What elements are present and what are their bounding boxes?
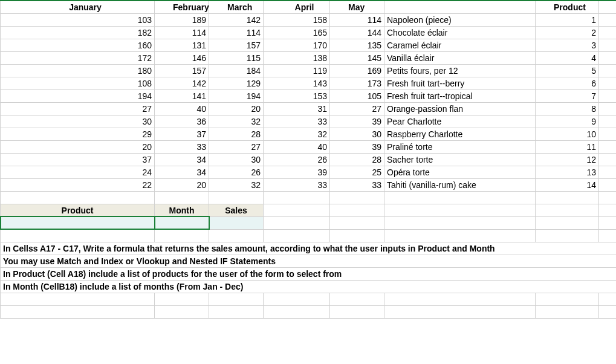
instruction-3[interactable]: In Product (Cell A18) include a list of … bbox=[1, 267, 617, 280]
cell-mar[interactable]: 194 bbox=[209, 89, 264, 102]
cell-blank[interactable] bbox=[599, 153, 617, 166]
cell-may[interactable]: 105 bbox=[330, 89, 384, 102]
cell-may[interactable]: 144 bbox=[330, 26, 384, 39]
cell-jan[interactable]: 108 bbox=[1, 77, 155, 89]
cell-jan[interactable]: 22 bbox=[1, 178, 155, 191]
cell-jan[interactable]: 182 bbox=[1, 26, 155, 39]
cell-apr[interactable]: 26 bbox=[264, 153, 330, 166]
cell-blank[interactable] bbox=[599, 140, 617, 153]
cell-jan[interactable]: 37 bbox=[1, 153, 155, 166]
cell-blank[interactable] bbox=[599, 26, 617, 39]
month-input[interactable] bbox=[155, 216, 209, 229]
header-march[interactable]: March bbox=[209, 1, 264, 13]
cell-feb[interactable]: 40 bbox=[155, 102, 209, 115]
cell-blank[interactable] bbox=[599, 115, 617, 128]
cell-apr[interactable]: 158 bbox=[264, 13, 330, 26]
cell-apr[interactable]: 153 bbox=[264, 89, 330, 102]
cell-apr[interactable]: 143 bbox=[264, 77, 330, 89]
cell-may[interactable]: 33 bbox=[330, 178, 384, 191]
cell-blank[interactable] bbox=[599, 166, 617, 178]
cell-apr[interactable]: 39 bbox=[264, 166, 330, 178]
cell-apr[interactable]: 33 bbox=[264, 178, 330, 191]
cell-id[interactable]: 2 bbox=[536, 26, 599, 39]
header-blank[interactable] bbox=[384, 1, 536, 13]
cell-jan[interactable]: 29 bbox=[1, 128, 155, 140]
cell-apr[interactable]: 119 bbox=[264, 64, 330, 77]
cell-jan[interactable]: 30 bbox=[1, 115, 155, 128]
cell-feb[interactable]: 146 bbox=[155, 51, 209, 64]
sales-output[interactable] bbox=[209, 216, 264, 229]
cell-name[interactable]: Raspberry Charlotte bbox=[384, 128, 536, 140]
cell-id[interactable]: 14 bbox=[536, 178, 599, 191]
cell-id[interactable]: 4 bbox=[536, 51, 599, 64]
cell-mar[interactable]: 115 bbox=[209, 51, 264, 64]
cell-feb[interactable]: 141 bbox=[155, 89, 209, 102]
cell-may[interactable]: 114 bbox=[330, 13, 384, 26]
cell-apr[interactable]: 138 bbox=[264, 51, 330, 64]
cell-blank[interactable] bbox=[599, 39, 617, 51]
cell-may[interactable]: 39 bbox=[330, 115, 384, 128]
cell-jan[interactable]: 172 bbox=[1, 51, 155, 64]
cell-mar[interactable]: 28 bbox=[209, 128, 264, 140]
cell-mar[interactable]: 114 bbox=[209, 26, 264, 39]
cell-may[interactable]: 135 bbox=[330, 39, 384, 51]
cell-name[interactable]: Chocolate éclair bbox=[384, 26, 536, 39]
cell-name[interactable]: Fresh fruit tart--tropical bbox=[384, 89, 536, 102]
cell-feb[interactable]: 114 bbox=[155, 26, 209, 39]
cell-blank[interactable] bbox=[599, 64, 617, 77]
cell-blank[interactable] bbox=[599, 89, 617, 102]
cell-mar[interactable]: 27 bbox=[209, 140, 264, 153]
cell-mar[interactable]: 30 bbox=[209, 153, 264, 166]
cell-may[interactable]: 145 bbox=[330, 51, 384, 64]
cell-feb[interactable]: 142 bbox=[155, 77, 209, 89]
cell-id[interactable]: 13 bbox=[536, 166, 599, 178]
cell-apr[interactable]: 40 bbox=[264, 140, 330, 153]
cell-may[interactable]: 39 bbox=[330, 140, 384, 153]
product-input[interactable] bbox=[1, 216, 155, 229]
cell-blank[interactable] bbox=[599, 128, 617, 140]
cell-id[interactable]: 8 bbox=[536, 102, 599, 115]
cell-blank[interactable] bbox=[599, 102, 617, 115]
instruction-2[interactable]: You may use Match and Index or Vlookup a… bbox=[1, 255, 617, 267]
lookup-month-header[interactable]: Month bbox=[155, 204, 209, 216]
cell-name[interactable]: Napoleon (piece) bbox=[384, 13, 536, 26]
cell-mar[interactable]: 157 bbox=[209, 39, 264, 51]
spreadsheet-grid[interactable]: January February March April May Product… bbox=[0, 0, 616, 319]
cell-jan[interactable]: 20 bbox=[1, 140, 155, 153]
cell-jan[interactable]: 180 bbox=[1, 64, 155, 77]
cell-may[interactable]: 173 bbox=[330, 77, 384, 89]
cell-id[interactable]: 3 bbox=[536, 39, 599, 51]
cell-name[interactable]: Opéra torte bbox=[384, 166, 536, 178]
header-blank2[interactable] bbox=[599, 1, 617, 13]
cell-may[interactable]: 30 bbox=[330, 128, 384, 140]
cell-id[interactable]: 9 bbox=[536, 115, 599, 128]
cell-id[interactable]: 5 bbox=[536, 64, 599, 77]
cell-name[interactable]: Vanilla éclair bbox=[384, 51, 536, 64]
cell-name[interactable]: Praliné torte bbox=[384, 140, 536, 153]
cell-may[interactable]: 25 bbox=[330, 166, 384, 178]
cell-feb[interactable]: 189 bbox=[155, 13, 209, 26]
cell-id[interactable]: 7 bbox=[536, 89, 599, 102]
cell-apr[interactable]: 32 bbox=[264, 128, 330, 140]
cell-may[interactable]: 27 bbox=[330, 102, 384, 115]
header-may[interactable]: May bbox=[330, 1, 384, 13]
cell-blank[interactable] bbox=[599, 77, 617, 89]
cell-apr[interactable]: 165 bbox=[264, 26, 330, 39]
instruction-4[interactable]: In Month (CellB18) include a list of mon… bbox=[1, 280, 617, 293]
cell-apr[interactable]: 170 bbox=[264, 39, 330, 51]
cell-mar[interactable]: 142 bbox=[209, 13, 264, 26]
cell-name[interactable]: Sacher torte bbox=[384, 153, 536, 166]
cell-blank[interactable] bbox=[599, 51, 617, 64]
cell-mar[interactable]: 26 bbox=[209, 166, 264, 178]
cell-may[interactable]: 169 bbox=[330, 64, 384, 77]
cell-name[interactable]: Pear Charlotte bbox=[384, 115, 536, 128]
cell-name[interactable]: Petits fours, per 12 bbox=[384, 64, 536, 77]
cell-feb[interactable]: 34 bbox=[155, 166, 209, 178]
cell-name[interactable]: Fresh fruit tart--berry bbox=[384, 77, 536, 89]
cell-feb[interactable]: 33 bbox=[155, 140, 209, 153]
cell-jan[interactable]: 27 bbox=[1, 102, 155, 115]
cell-mar[interactable]: 184 bbox=[209, 64, 264, 77]
cell-jan[interactable]: 103 bbox=[1, 13, 155, 26]
cell-mar[interactable]: 129 bbox=[209, 77, 264, 89]
header-april[interactable]: April bbox=[264, 1, 330, 13]
